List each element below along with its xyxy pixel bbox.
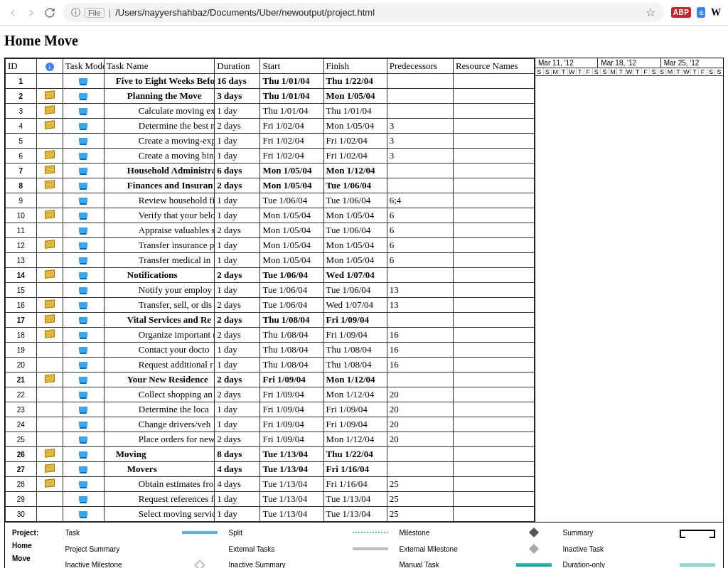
cell-resources[interactable]	[453, 74, 534, 89]
table-row[interactable]: 28Obtain estimates fro4 daysTue 1/13/04F…	[6, 477, 535, 492]
cell-name[interactable]: Verify that your belo	[104, 208, 214, 223]
cell-duration[interactable]: 1 day	[215, 283, 260, 298]
table-row[interactable]: 7Household Administratio6 daysMon 1/05/0…	[6, 164, 535, 178]
cell-id[interactable]: 14	[6, 268, 37, 283]
cell-id[interactable]: 20	[6, 358, 37, 373]
cell-id[interactable]: 22	[6, 387, 37, 402]
cell-mode[interactable]	[63, 477, 104, 492]
cell-name[interactable]: Request additional r	[104, 358, 214, 373]
cell-name[interactable]: Transfer, sell, or dis	[104, 298, 214, 313]
cell-finish[interactable]: Mon 1/05/04	[323, 89, 387, 104]
cell-predecessors[interactable]	[387, 268, 453, 283]
cell-start[interactable]: Mon 1/05/04	[260, 178, 323, 193]
cell-finish[interactable]: Thu 1/22/04	[323, 447, 387, 462]
table-row[interactable]: 25Place orders for new2 daysFri 1/09/04M…	[6, 432, 535, 447]
forward-button[interactable]	[26, 7, 37, 18]
cell-start[interactable]: Fri 1/09/04	[260, 387, 323, 402]
cell-predecessors[interactable]: 25	[387, 477, 453, 492]
cell-mode[interactable]	[63, 178, 104, 193]
address-bar[interactable]: ⓘ File | /Users/nayyershahbaz/Documents/…	[63, 3, 664, 22]
cell-predecessors[interactable]: 16	[387, 358, 453, 373]
cell-predecessors[interactable]: 13	[387, 283, 453, 298]
cell-id[interactable]: 15	[6, 283, 37, 298]
cell-duration[interactable]: 2 days	[215, 432, 260, 447]
cell-finish[interactable]: Mon 1/12/04	[323, 373, 387, 387]
cell-predecessors[interactable]: 25	[387, 507, 453, 522]
col-predecessors[interactable]: Predecessors	[387, 59, 453, 74]
cell-duration[interactable]: 8 days	[215, 447, 260, 462]
cell-mode[interactable]	[63, 462, 104, 477]
cell-predecessors[interactable]	[387, 74, 453, 89]
cell-info[interactable]	[36, 447, 63, 462]
cell-resources[interactable]	[453, 164, 534, 178]
cell-start[interactable]: Mon 1/05/04	[260, 208, 323, 223]
cell-name[interactable]: Your New Residence	[104, 373, 214, 387]
cell-mode[interactable]	[63, 358, 104, 373]
table-row[interactable]: 4Determine the best m2 daysFri 1/02/04Mo…	[6, 119, 535, 134]
cell-resources[interactable]	[453, 178, 534, 193]
table-row[interactable]: 12Transfer insurance p1 dayMon 1/05/04Mo…	[6, 238, 535, 253]
cell-start[interactable]: Thu 1/01/04	[260, 104, 323, 119]
cell-start[interactable]: Fri 1/02/04	[260, 134, 323, 149]
cell-finish[interactable]: Mon 1/12/04	[323, 432, 387, 447]
cell-predecessors[interactable]: 16	[387, 343, 453, 358]
translate-extension-icon[interactable]: a	[697, 7, 705, 18]
cell-name[interactable]: Request references f	[104, 492, 214, 507]
cell-id[interactable]: 12	[6, 238, 37, 253]
abp-extension-icon[interactable]: ABP	[671, 7, 692, 18]
cell-mode[interactable]	[63, 298, 104, 313]
table-row[interactable]: 24Change drivers/veh1 dayFri 1/09/04Fri …	[6, 417, 535, 432]
cell-name[interactable]: Transfer medical in	[104, 253, 214, 268]
cell-start[interactable]: Mon 1/05/04	[260, 223, 323, 238]
cell-start[interactable]: Mon 1/05/04	[260, 238, 323, 253]
cell-mode[interactable]	[63, 74, 104, 89]
cell-id[interactable]: 23	[6, 402, 37, 417]
cell-finish[interactable]: Thu 1/22/04	[323, 74, 387, 89]
cell-finish[interactable]: Mon 1/05/04	[323, 208, 387, 223]
cell-predecessors[interactable]	[387, 373, 453, 387]
cell-start[interactable]: Fri 1/09/04	[260, 432, 323, 447]
cell-finish[interactable]: Fri 1/09/04	[323, 402, 387, 417]
table-row[interactable]: 1Five to Eight Weeks Befo16 daysThu 1/01…	[6, 74, 535, 89]
cell-id[interactable]: 17	[6, 313, 37, 328]
cell-start[interactable]: Tue 1/06/04	[260, 298, 323, 313]
cell-resources[interactable]	[453, 268, 534, 283]
cell-predecessors[interactable]	[387, 313, 453, 328]
cell-finish[interactable]: Mon 1/12/04	[323, 164, 387, 178]
cell-predecessors[interactable]: 20	[387, 417, 453, 432]
cell-start[interactable]: Tue 1/06/04	[260, 193, 323, 208]
cell-id[interactable]: 26	[6, 447, 37, 462]
cell-mode[interactable]	[63, 387, 104, 402]
cell-id[interactable]: 4	[6, 119, 37, 134]
cell-id[interactable]: 7	[6, 164, 37, 178]
cell-duration[interactable]: 1 day	[215, 193, 260, 208]
cell-name[interactable]: Change drivers/veh	[104, 417, 214, 432]
cell-id[interactable]: 16	[6, 298, 37, 313]
table-row[interactable]: 15Notify your employ1 dayTue 1/06/04Tue …	[6, 283, 535, 298]
cell-mode[interactable]	[63, 492, 104, 507]
cell-start[interactable]: Thu 1/08/04	[260, 313, 323, 328]
cell-id[interactable]: 24	[6, 417, 37, 432]
cell-info[interactable]	[36, 402, 63, 417]
cell-predecessors[interactable]	[387, 104, 453, 119]
cell-finish[interactable]: Fri 1/09/04	[323, 313, 387, 328]
cell-info[interactable]	[36, 462, 63, 477]
cell-info[interactable]	[36, 328, 63, 343]
table-row[interactable]: 29Request references f1 dayTue 1/13/04Tu…	[6, 492, 535, 507]
cell-finish[interactable]: Tue 1/06/04	[323, 178, 387, 193]
cell-duration[interactable]: 6 days	[215, 164, 260, 178]
cell-start[interactable]: Mon 1/05/04	[260, 164, 323, 178]
cell-resources[interactable]	[453, 298, 534, 313]
cell-name[interactable]: Moving	[104, 447, 214, 462]
cell-resources[interactable]	[453, 417, 534, 432]
cell-duration[interactable]: 2 days	[215, 328, 260, 343]
cell-predecessors[interactable]	[387, 447, 453, 462]
cell-finish[interactable]: Thu 1/08/04	[323, 343, 387, 358]
cell-info[interactable]	[36, 104, 63, 119]
cell-name[interactable]: Select moving servic	[104, 507, 214, 522]
cell-start[interactable]: Thu 1/01/04	[260, 74, 323, 89]
cell-name[interactable]: Organize important r	[104, 328, 214, 343]
table-row[interactable]: 14Notifications2 daysTue 1/06/04Wed 1/07…	[6, 268, 535, 283]
cell-finish[interactable]: Tue 1/06/04	[323, 223, 387, 238]
back-button[interactable]	[7, 7, 18, 18]
